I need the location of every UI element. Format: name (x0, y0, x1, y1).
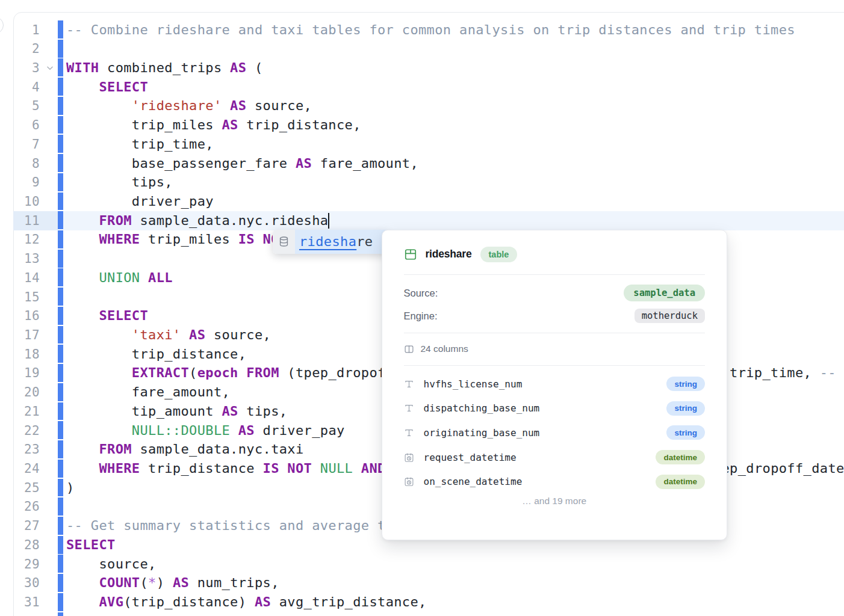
line-number: 20 (0, 383, 40, 402)
line-number: 22 (0, 422, 40, 441)
line-number: 11 (0, 212, 40, 231)
table-title: rideshare (426, 248, 472, 260)
source-label: Source: (404, 288, 438, 299)
code-line[interactable]: 11 FROM sample_data.nyc.ridesha (0, 211, 844, 230)
code-line[interactable]: 7 trip_time, (0, 135, 844, 154)
autocomplete-rest-text: re (356, 234, 373, 249)
code-line[interactable]: 1-- Combine rideshare and taxi tables fo… (0, 20, 844, 40)
code-line[interactable]: 5 'rideshare' AS source, (0, 96, 844, 116)
autocomplete-match-text: ridesha (299, 234, 356, 249)
column-type-badge: string (666, 425, 705, 440)
line-number: 30 (0, 574, 40, 593)
line-number: 21 (0, 402, 40, 422)
column-type-badge: datetime (656, 450, 705, 464)
column-list: hvfhs_license_numstringdispatching_base_… (404, 372, 706, 494)
fold-chevron-icon[interactable] (46, 64, 54, 72)
line-number: 25 (0, 479, 40, 498)
code-line[interactable]: 6 trip_miles AS trip_distance, (0, 116, 844, 135)
panel-header: rideshare table (404, 246, 706, 263)
column-name: originating_base_num (424, 427, 540, 439)
type-icon (404, 403, 415, 413)
column-row[interactable]: dispatching_base_numstring (404, 396, 706, 421)
divider (404, 274, 706, 275)
table-icon (404, 248, 417, 261)
autocomplete-item-rideshare[interactable]: rideshare (295, 230, 388, 254)
type-icon (404, 428, 415, 438)
code-line[interactable]: 3WITH combined_trips AS ( (0, 58, 844, 78)
code-line[interactable]: 9 tips, (0, 173, 844, 192)
table-info-hover-panel: rideshare table Source: sample_data Engi… (382, 230, 728, 540)
text-cursor (328, 213, 329, 229)
line-number: 3 (0, 59, 40, 78)
line-number: 1 (0, 21, 40, 40)
column-type-badge: datetime (656, 475, 705, 489)
line-number: 31 (0, 593, 40, 612)
line-number: 23 (0, 440, 40, 460)
changed-lines-gutter-bar (58, 20, 63, 616)
line-number: 5 (0, 97, 40, 116)
source-value-badge: sample_data (624, 285, 705, 301)
divider (404, 365, 706, 366)
line-number: 27 (0, 517, 40, 536)
code-line[interactable]: 31 AVG(trip_distance) AS avg_trip_distan… (0, 593, 844, 612)
line-number: 14 (0, 269, 40, 288)
line-number: 24 (0, 460, 40, 479)
column-row[interactable]: request_datetimedatetime (404, 445, 706, 470)
code-line[interactable]: 2 (0, 39, 844, 58)
line-number: 26 (0, 497, 40, 517)
line-number: 4 (0, 78, 40, 97)
code-line[interactable]: 32 AVG(trip_time) AS avg_trip_time, (0, 612, 844, 616)
autocomplete-popup: rideshare (273, 230, 388, 254)
column-type-badge: string (666, 377, 705, 391)
column-type-badge: string (666, 401, 705, 416)
column-name: hvfhs_license_num (424, 378, 523, 390)
column-name: on_scene_datetime (424, 476, 523, 487)
line-number: 6 (0, 116, 40, 135)
line-number: 17 (0, 326, 40, 345)
columns-count: 24 columns (421, 343, 468, 354)
column-row[interactable]: on_scene_datetimedatetime (404, 469, 706, 494)
line-number: 28 (0, 536, 40, 555)
code-line[interactable]: 4 SELECT (0, 78, 844, 97)
line-number: 18 (0, 345, 40, 365)
line-number: 7 (0, 135, 40, 155)
column-row[interactable]: originating_base_numstring (404, 420, 706, 445)
line-number: 16 (0, 307, 40, 326)
line-number: 19 (0, 364, 40, 383)
line-number: 12 (0, 230, 40, 250)
line-number: 9 (0, 173, 40, 192)
code-line[interactable]: 29 source, (0, 555, 844, 574)
calendar-clock-icon (404, 476, 415, 487)
columns-icon (404, 344, 414, 354)
column-name: request_datetime (424, 452, 517, 463)
more-columns-text: … and 19 more (404, 496, 706, 507)
database-icon (273, 230, 295, 254)
engine-label: Engine: (404, 310, 438, 322)
line-number: 13 (0, 250, 40, 269)
code-line[interactable]: 8 base_passenger_fare AS fare_amount, (0, 154, 844, 173)
engine-value-badge: motherduck (635, 309, 705, 323)
line-number: 15 (0, 288, 40, 307)
column-row[interactable]: hvfhs_license_numstring (404, 372, 706, 396)
sql-editor-page: 1-- Combine rideshare and taxi tables fo… (0, 0, 844, 616)
line-number: 32 (0, 612, 40, 616)
line-number: 8 (0, 155, 40, 174)
table-kind-badge: table (480, 247, 518, 262)
type-icon (404, 379, 415, 389)
code-line[interactable]: 10 driver_pay (0, 192, 844, 211)
code-line[interactable]: 30 COUNT(*) AS num_trips, (0, 573, 844, 593)
calendar-clock-icon (404, 452, 415, 463)
line-number: 10 (0, 192, 40, 212)
line-number: 2 (0, 40, 40, 59)
line-number: 29 (0, 555, 40, 574)
divider (404, 333, 706, 333)
column-name: dispatching_base_num (424, 402, 540, 414)
